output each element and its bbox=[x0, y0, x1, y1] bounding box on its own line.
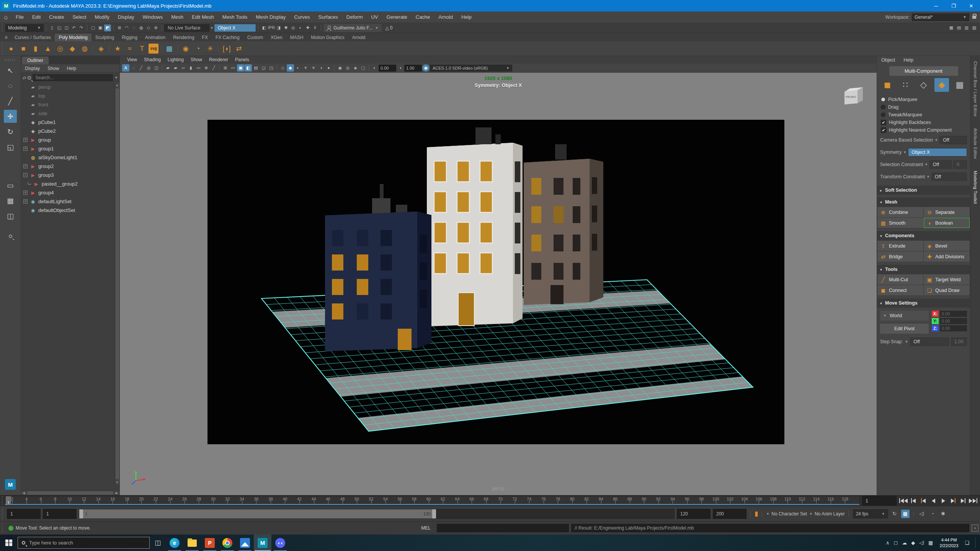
target-weld-button[interactable]: ▣Target Weld bbox=[924, 274, 970, 285]
outliner-item-group2[interactable]: +▶group2 bbox=[21, 162, 119, 171]
pause-viewport-icon[interactable]: ‖ bbox=[312, 24, 318, 31]
checkbox-highlight-nearest-component[interactable]: ✔Highlight Nearest Component bbox=[877, 126, 970, 134]
onedrive-icon[interactable]: ☁ bbox=[902, 540, 907, 546]
menu-modify[interactable]: Modify bbox=[91, 11, 114, 23]
rotate-tool-icon[interactable]: ↻ bbox=[4, 125, 17, 138]
grip-handle[interactable] bbox=[1, 496, 4, 505]
range-slider-range[interactable]: 1 120 bbox=[79, 509, 436, 518]
chevron-down-icon[interactable]: ▼ bbox=[934, 138, 938, 142]
lasso-tool-icon[interactable]: ◌ bbox=[4, 79, 17, 92]
toolkit-menu-object[interactable]: Object bbox=[877, 57, 899, 63]
multi-cut-button[interactable]: ╱Multi-Cut bbox=[877, 274, 923, 285]
auto-keyframe-icon[interactable]: ▦ bbox=[901, 510, 910, 518]
range-start-handle[interactable] bbox=[79, 509, 83, 518]
menu-arnold[interactable]: Arnold bbox=[434, 11, 457, 23]
camera-attributes-icon[interactable]: ▱ bbox=[180, 64, 187, 72]
multi-component-button[interactable]: Multi-Component bbox=[889, 66, 958, 76]
radio-drag[interactable]: Drag bbox=[877, 103, 970, 111]
taskbar-search[interactable] bbox=[18, 537, 150, 549]
scroll-left-icon[interactable]: ◀ bbox=[21, 491, 26, 495]
separate-button[interactable]: ⊖Separate bbox=[924, 207, 970, 217]
chevron-down-icon[interactable]: ▼ bbox=[903, 150, 906, 154]
menu-create[interactable]: Create bbox=[45, 11, 68, 23]
camera-select-icon[interactable]: ▰ bbox=[164, 64, 172, 72]
side-tab-attribute-editor[interactable]: Attribute Editor bbox=[973, 128, 978, 159]
snap-projected-center-icon[interactable]: ◍ bbox=[138, 24, 145, 31]
image-plane-icon[interactable]: ▭ bbox=[195, 64, 202, 72]
snap-curve-icon[interactable]: ◠ bbox=[123, 24, 130, 31]
poly-cone-icon[interactable]: ▲ bbox=[42, 43, 54, 54]
mel-toggle[interactable]: MEL bbox=[417, 525, 434, 531]
select-by-type-icon[interactable]: A bbox=[122, 64, 129, 72]
radio-icon[interactable] bbox=[881, 112, 885, 117]
svg-tool-icon[interactable]: svg bbox=[149, 44, 158, 54]
anim-layer-dropdown[interactable]: ▼ No Anim Layer bbox=[809, 509, 845, 518]
select-component-icon[interactable]: ◩ bbox=[104, 24, 111, 31]
select-object-icon[interactable]: ▣ bbox=[97, 24, 104, 31]
toolkit-menu-help[interactable]: Help bbox=[899, 57, 918, 63]
mel-output-field[interactable]: // Result: E:/Engineering Lab/Maya Proje… bbox=[571, 524, 969, 532]
ambient-occlusion-icon[interactable]: ◑ bbox=[317, 64, 325, 72]
grid-toggle-icon[interactable]: ⊞ bbox=[222, 64, 229, 72]
playback-start-field[interactable]: 1 bbox=[43, 509, 77, 519]
script-editor-icon[interactable]: ≡ bbox=[972, 525, 978, 531]
viewport-menu-lighting[interactable]: Lighting bbox=[164, 57, 187, 62]
uv-mode-icon[interactable]: ▦ bbox=[952, 78, 967, 92]
scale-tool-icon[interactable]: ◱ bbox=[4, 140, 17, 153]
isolate-select-icon[interactable]: ◉ bbox=[336, 64, 344, 72]
step-back-button[interactable] bbox=[909, 497, 918, 505]
edit-pivot-button[interactable]: Edit Pivot bbox=[880, 324, 929, 334]
view-cube[interactable]: FRONT bbox=[841, 83, 865, 108]
chevron-down-icon[interactable]: ▼ bbox=[924, 163, 928, 166]
sidebar-channel-box-icon[interactable]: ▤ bbox=[956, 24, 962, 31]
mel-command-input[interactable] bbox=[437, 524, 569, 532]
edge-taskbar-icon[interactable]: e bbox=[166, 535, 183, 551]
outliner-item-group4[interactable]: +▶group4 bbox=[21, 188, 119, 197]
live-surface-field[interactable]: No Live Surface bbox=[164, 24, 209, 32]
playback-end-field[interactable]: 120 bbox=[677, 509, 710, 519]
boolean-curve-icon[interactable]: [◖] bbox=[221, 43, 232, 54]
exposure-field[interactable]: 0.00 bbox=[379, 65, 396, 72]
render-frame[interactable] bbox=[207, 120, 784, 444]
play-forwards-button[interactable] bbox=[939, 497, 948, 505]
menu-select[interactable]: Select bbox=[68, 11, 90, 23]
scroll-down-icon[interactable]: ▼ bbox=[116, 480, 119, 485]
camera-lock-icon[interactable]: ▰ bbox=[172, 64, 179, 72]
outliner-tab[interactable]: Outliner bbox=[22, 57, 49, 64]
xray-mode-icon[interactable]: ◎ bbox=[344, 64, 351, 72]
expander-icon[interactable]: + bbox=[23, 199, 28, 204]
bridge-button[interactable]: ⇄Bridge bbox=[877, 251, 923, 262]
grip-handle[interactable] bbox=[5, 59, 16, 61]
outliner-hscrollbar[interactable]: ◀ ▶ bbox=[21, 490, 119, 495]
symmetry-toggle-icon[interactable]: ◫ bbox=[153, 64, 160, 72]
side-tab-modeling-toolkit[interactable]: Modeling Toolkit bbox=[973, 171, 978, 204]
side-tab-channel-box-layer-editor[interactable]: Channel Box / Layer Editor bbox=[973, 61, 978, 117]
fps-dropdown[interactable]: 24 fps ▼ bbox=[853, 509, 888, 518]
render-settings-icon[interactable]: ✱ bbox=[283, 24, 289, 31]
poly-disc-icon[interactable]: ◍ bbox=[79, 43, 90, 54]
menu-deform[interactable]: Deform bbox=[342, 11, 367, 23]
menu-generate[interactable]: Generate bbox=[382, 11, 412, 23]
shelf-tab-arnold[interactable]: Arnold bbox=[348, 34, 369, 41]
viewport-menu-show[interactable]: Show bbox=[187, 57, 206, 62]
grip-handle[interactable] bbox=[1, 24, 4, 32]
checkbox-icon[interactable]: ✔ bbox=[881, 120, 886, 125]
outliner-item-defaultLightSet[interactable]: +◉defaultLightSet bbox=[21, 197, 119, 206]
chrome-taskbar-icon[interactable] bbox=[219, 535, 236, 551]
scrollbar-thumb[interactable] bbox=[116, 88, 119, 479]
workspace-dropdown[interactable]: General* ▼ bbox=[912, 13, 969, 21]
soft-select-icon[interactable]: ◎ bbox=[145, 64, 152, 72]
shelf-menu-icon[interactable]: ≡ bbox=[2, 35, 11, 41]
vertex-mode-icon[interactable]: ∷ bbox=[898, 78, 913, 92]
menu-curves[interactable]: Curves bbox=[290, 11, 314, 23]
shelf-tab-motion-graphics[interactable]: Motion Graphics bbox=[307, 34, 348, 41]
outliner-search-input[interactable] bbox=[33, 74, 113, 81]
menu-edit-mesh[interactable]: Edit Mesh bbox=[188, 11, 218, 23]
shaded-mode-icon[interactable]: ◆ bbox=[287, 64, 294, 72]
new-file-icon[interactable]: ▯ bbox=[49, 24, 56, 31]
next-key-button[interactable] bbox=[949, 497, 958, 505]
expander-icon[interactable]: − bbox=[23, 173, 28, 177]
extrude-button[interactable]: ⇧Extrude bbox=[877, 241, 923, 251]
maya-logo-badge[interactable]: M bbox=[5, 479, 16, 490]
menu-set-dropdown[interactable]: Modeling ▼ bbox=[5, 24, 44, 32]
